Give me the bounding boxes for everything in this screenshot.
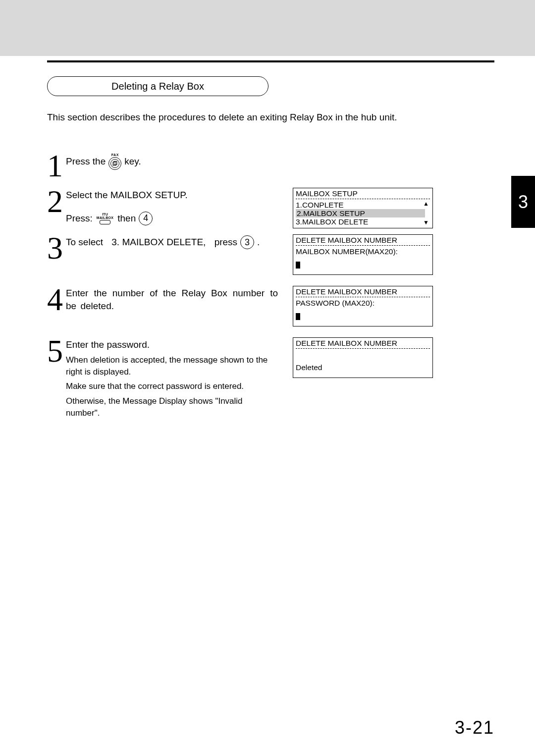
arrow-up-icon: ▲ <box>423 201 429 207</box>
fax-ring-icon <box>108 157 121 170</box>
mailbox-key-icon: ITU MAILBOX <box>97 213 113 224</box>
step-line: Select the MAILBOX SETUP. <box>66 189 278 202</box>
step-number: 1 <box>47 150 65 182</box>
lcd-panel: MAILBOX SETUP 1.CONPLETE ▲ 2.MAILBOX SET… <box>293 186 433 228</box>
step-number: 4 <box>47 284 65 316</box>
mailbox-key-label: MAILBOX <box>97 216 113 219</box>
lcd-display: DELETE MAILBOX NUMBER Deleted <box>293 337 433 378</box>
section-title-pill: Deleting a Relay Box <box>47 76 268 96</box>
lcd-row: 1.CONPLETE ▲ <box>296 201 430 209</box>
step-body: Enter the password. When deletion is acc… <box>65 335 278 419</box>
step-2: 2 Select the MAILBOX SETUP. Press: ITU M… <box>47 186 494 228</box>
lcd-title: DELETE MAILBOX NUMBER <box>296 287 430 296</box>
lcd-row: 3.MAILBOX DELETE ▼ <box>296 217 430 226</box>
step-4: 4 Enter the number of the Relay Box numb… <box>47 284 494 326</box>
fax-inner-icon <box>110 159 119 168</box>
step-subtext: When deletion is accepted, the message s… <box>66 354 278 378</box>
mailbox-key-button-icon <box>100 220 110 224</box>
intro-text: This section describes the procedures to… <box>47 112 494 123</box>
step-body: Enter the number of the Relay Box number… <box>65 284 278 326</box>
lcd-title: DELETE MAILBOX NUMBER <box>296 236 430 244</box>
step-line: Press: ITU MAILBOX then 4 <box>66 212 278 225</box>
lcd-line: MAILBOX NUMBER(MAX20): <box>296 247 430 256</box>
lcd-option: 1.CONPLETE <box>296 201 343 209</box>
step-subtext: Make sure that the correct password is e… <box>66 380 278 392</box>
lcd-divider <box>296 348 430 349</box>
lcd-title: DELETE MAILBOX NUMBER <box>296 339 430 347</box>
lcd-divider <box>296 199 430 199</box>
lcd-cursor-icon <box>296 262 300 269</box>
page-number: 3-21 <box>455 717 494 738</box>
lcd-divider <box>296 245 430 246</box>
lcd-display: DELETE MAILBOX NUMBER MAILBOX NUMBER(MAX… <box>293 234 433 275</box>
text: press <box>214 236 237 249</box>
text: then <box>117 212 136 225</box>
step-body: To select 3. MAILBOX DELETE, press 3 . <box>65 232 278 275</box>
fax-key-icon: FAX <box>108 153 121 170</box>
keypad-4-icon: 4 <box>139 212 153 225</box>
lcd-panel: DELETE MAILBOX NUMBER PASSWORD (MAX20): <box>293 284 433 326</box>
lcd-display: MAILBOX SETUP 1.CONPLETE ▲ 2.MAILBOX SET… <box>293 188 433 228</box>
step-1: 1 Press the FAX key. <box>47 150 494 182</box>
lcd-option-highlighted: 2.MAILBOX SETUP <box>296 209 425 217</box>
step-number: 2 <box>47 186 65 217</box>
step-line: Press the FAX key. <box>66 153 494 170</box>
section-title: Deleting a Relay Box <box>111 81 204 92</box>
lcd-divider <box>296 297 430 297</box>
text: key. <box>124 155 141 168</box>
step-subtext: Otherwise, the Message Display shows "In… <box>66 395 278 419</box>
header-gray-bar <box>0 0 535 56</box>
arrow-down-icon: ▼ <box>423 219 429 226</box>
top-rule <box>47 60 494 62</box>
lcd-panel: DELETE MAILBOX NUMBER MAILBOX NUMBER(MAX… <box>293 232 433 275</box>
step-line: Enter the number of the Relay Box number… <box>66 287 278 312</box>
lcd-result: Deleted <box>296 363 430 372</box>
step-3: 3 To select 3. MAILBOX DELETE, press 3 .… <box>47 232 494 275</box>
text: Enter the password. <box>66 338 150 351</box>
fax-label: FAX <box>111 153 119 157</box>
mailbox-key-itu: ITU <box>102 213 107 216</box>
text: . <box>257 236 260 249</box>
step-body: Press the FAX key. <box>65 150 494 170</box>
chapter-number: 3 <box>518 192 528 213</box>
text: To select <box>66 236 103 249</box>
page-content: Deleting a Relay Box This section descri… <box>0 60 535 419</box>
lcd-line: PASSWORD (MAX20): <box>296 299 430 307</box>
chapter-tab: 3 <box>511 176 535 228</box>
text: Press the <box>66 155 106 168</box>
step-number: 3 <box>47 232 65 264</box>
text: 3. MAILBOX DELETE, <box>111 236 206 249</box>
lcd-panel: DELETE MAILBOX NUMBER Deleted <box>293 335 433 419</box>
text: Press: <box>66 212 93 225</box>
step-5: 5 Enter the password. When deletion is a… <box>47 335 494 419</box>
lcd-option: 3.MAILBOX DELETE <box>296 217 368 226</box>
step-body: Select the MAILBOX SETUP. Press: ITU MAI… <box>65 186 278 228</box>
step-line: To select 3. MAILBOX DELETE, press 3 . <box>66 235 278 249</box>
lcd-row: 2.MAILBOX SETUP <box>296 209 430 217</box>
step-number: 5 <box>47 335 65 367</box>
steps-container: 1 Press the FAX key. <box>47 150 494 419</box>
keypad-3-icon: 3 <box>240 235 254 249</box>
lcd-cursor-icon <box>296 313 300 320</box>
lcd-title: MAILBOX SETUP <box>296 189 430 198</box>
lcd-display: DELETE MAILBOX NUMBER PASSWORD (MAX20): <box>293 286 433 326</box>
text: Select the MAILBOX SETUP. <box>66 189 188 202</box>
step-line: Enter the password. <box>66 338 278 351</box>
